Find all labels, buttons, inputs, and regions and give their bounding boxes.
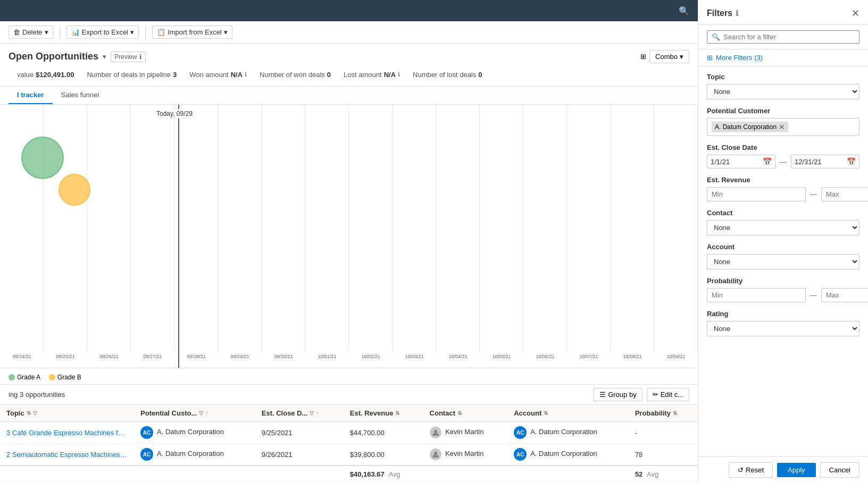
filter-group-revenue: Est. Revenue — [707, 176, 859, 201]
search-icon[interactable]: 🔍 [679, 6, 689, 16]
won-amount-info-icon[interactable]: ℹ [245, 71, 247, 78]
date-from-input[interactable] [711, 158, 761, 166]
topic-filter-icon[interactable]: ▽ [33, 410, 37, 416]
grid-toolbar: ing 3 opportunities ☰ Group by ✏ Edit c.… [0, 385, 698, 405]
closedate-sort-icon[interactable]: ↑ [316, 410, 319, 416]
revenue-sort-icon[interactable]: ⇅ [395, 410, 399, 416]
reset-button[interactable]: ↺ Reset [729, 462, 773, 478]
filter-label-probability: Probability [707, 277, 859, 285]
combo-button[interactable]: Combo ▾ [649, 50, 689, 63]
customer-sort-icon[interactable]: ↑ [205, 410, 208, 416]
col-header-customer[interactable]: Potential Custo... ▽ ↑ [134, 405, 255, 422]
stat-lost-deals: Number of lost deals 0 [413, 71, 482, 79]
prob-minmax-row: — [707, 288, 859, 302]
import-button[interactable]: 📋 Import from Excel ▾ [152, 26, 232, 39]
stat-value: value $120,491.00 [17, 71, 74, 79]
col-header-revenue[interactable]: Est. Revenue ⇅ [344, 405, 423, 422]
filters-close-button[interactable]: ✕ [852, 7, 859, 19]
combo-icon: ⊞ [640, 53, 646, 61]
col-header-closedate[interactable]: Est. Close D... ▽ ↑ [255, 405, 344, 422]
cal-from-icon[interactable]: 📅 [763, 157, 772, 166]
group-by-button[interactable]: ☰ Group by [594, 388, 642, 401]
filter-input-contact[interactable]: None [707, 220, 859, 235]
tab-sales-funnel[interactable]: Sales funnel [53, 87, 108, 104]
filter-group-account: Account None [707, 243, 859, 269]
filter-input-rating[interactable]: None [707, 321, 859, 336]
delete-icon: 🗑 [13, 28, 20, 36]
table-header-row: Topic ⇅ ▽ Potential Custo... ▽ ↑ [0, 405, 698, 422]
cal-to-icon[interactable]: 📅 [847, 157, 856, 166]
row1-account[interactable]: AC A. Datum Corporation [507, 422, 629, 444]
chip-remove-datum[interactable]: ✕ [779, 123, 785, 131]
revenue-min-input[interactable] [707, 187, 806, 201]
delete-button[interactable]: 🗑 Delete ▾ [9, 26, 53, 39]
row2-contact: Kevin Martin [423, 444, 508, 466]
summary-empty-2 [134, 465, 255, 483]
filter-chip-container-customer[interactable]: A. Datum Corporation ✕ [707, 118, 859, 136]
chart-grid [0, 105, 698, 352]
filter-label-topic: Topic [707, 73, 859, 81]
row1-revenue: $44,700.00 [344, 422, 423, 444]
topic-sort-icon[interactable]: ⇅ [27, 410, 31, 416]
row2-closedate: 9/26/2021 [255, 444, 344, 466]
col-header-topic[interactable]: Topic ⇅ ▽ [0, 405, 134, 422]
row2-topic[interactable]: 2 Semiautomatic Espresso Machines for A.… [0, 444, 134, 466]
filter-search-input[interactable] [723, 33, 855, 41]
prob-sort-icon[interactable]: ⇅ [673, 410, 677, 416]
row1-account-avatar: AC [514, 426, 527, 439]
tab-tracker[interactable]: I tracker [9, 87, 53, 104]
row2-account-avatar: AC [514, 448, 527, 461]
top-nav: 🔍 [0, 0, 698, 21]
filters-info-icon[interactable]: ℹ [736, 9, 738, 18]
prob-max-input[interactable] [821, 288, 868, 302]
col-header-contact[interactable]: Contact ⇅ [423, 405, 508, 422]
tabs: I tracker Sales funnel [0, 87, 698, 105]
filter-input-account[interactable]: None [707, 254, 859, 269]
legend-grade-b: Grade B [49, 374, 81, 381]
filter-label-customer: Potential Customer [707, 107, 859, 115]
row1-topic[interactable]: 3 Café Grande Espresso Machines for A... [0, 422, 134, 444]
apply-button[interactable]: Apply [777, 463, 816, 477]
legend-grade-a: Grade A [9, 374, 40, 381]
stat-won-amount: Won amount N/A ℹ [189, 71, 247, 79]
customer-filter-icon[interactable]: ▽ [199, 410, 203, 416]
toolbar: 🗑 Delete ▾ 📊 Export to Excel ▾ 📋 Import … [0, 21, 698, 44]
date-range-row: 📅 — 📅 [707, 155, 859, 168]
data-table: Topic ⇅ ▽ Potential Custo... ▽ ↑ [0, 405, 698, 483]
closedate-filter-icon[interactable]: ▽ [310, 410, 314, 416]
col-header-probability[interactable]: Probability ⇅ [629, 405, 698, 422]
chart-today-label: Today, 09/29 [154, 109, 195, 118]
lost-amount-info-icon[interactable]: ℹ [398, 71, 400, 78]
account-sort-icon[interactable]: ⇅ [544, 410, 548, 416]
chart-bubble-grade-a[interactable] [21, 137, 64, 179]
contact-sort-icon[interactable]: ⇅ [457, 410, 462, 416]
cancel-button[interactable]: Cancel [820, 462, 859, 478]
chart-today-line [178, 105, 179, 368]
export-button[interactable]: 📊 Export to Excel ▾ [66, 26, 139, 39]
row2-account[interactable]: AC A. Datum Corporation [507, 444, 629, 466]
revenue-max-input[interactable] [821, 187, 868, 201]
col-header-account[interactable]: Account ⇅ [507, 405, 629, 422]
filters-header: Filters ℹ ✕ [698, 0, 868, 25]
row1-customer[interactable]: AC A. Datum Corporation [134, 422, 255, 444]
filters-search: 🔍 [698, 25, 868, 49]
more-filters-link[interactable]: ⊞ More Filters (3) [698, 49, 868, 66]
filter-label-revenue: Est. Revenue [707, 176, 859, 184]
stat-lost-amount: Lost amount N/A ℹ [344, 71, 400, 79]
summary-revenue: $40,163.67 Avg [344, 465, 423, 483]
summary-empty-5 [507, 465, 629, 483]
title-chevron-icon[interactable]: ▾ [103, 53, 106, 61]
chart-bubble-grade-b[interactable] [59, 174, 90, 206]
import-icon: 📋 [157, 28, 165, 36]
row2-contact-avatar [430, 448, 441, 460]
date-to-input[interactable] [795, 158, 845, 166]
stat-deals-pipeline: Number of deals in pipeline 3 [87, 71, 177, 79]
row2-probability: 78 [629, 444, 698, 466]
filter-input-topic[interactable]: None [707, 84, 859, 99]
prob-min-input[interactable] [707, 288, 806, 302]
chart-area: Today, 09/29 09/24/21 09/25/21 09/26/21 … [0, 105, 698, 368]
edit-columns-button[interactable]: ✏ Edit c... [647, 388, 689, 401]
row2-customer[interactable]: AC A. Datum Corporation [134, 444, 255, 466]
date-from-wrap: 📅 [707, 155, 775, 168]
row1-contact: Kevin Martin [423, 422, 508, 444]
